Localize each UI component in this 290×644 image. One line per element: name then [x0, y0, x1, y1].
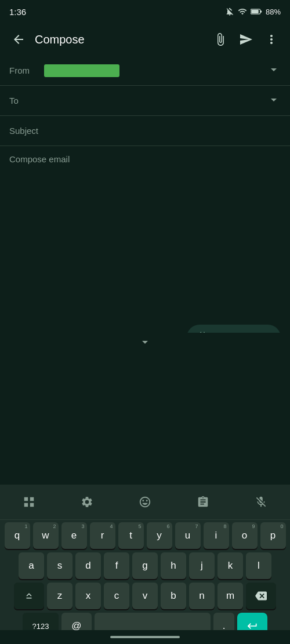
page-title: Compose: [30, 33, 209, 46]
to-chevron-icon[interactable]: [267, 93, 281, 109]
from-chevron-icon[interactable]: [267, 63, 281, 79]
compose-placeholder: Compose email: [9, 154, 70, 164]
status-time: 1:36: [9, 7, 26, 17]
key-row-3: z x c v b n m: [2, 583, 288, 609]
chevron-down-icon: [138, 335, 152, 349]
keyboard-grid-icon[interactable]: [16, 489, 42, 515]
key-n[interactable]: n: [189, 583, 215, 609]
signal-icon: [238, 7, 247, 16]
key-e[interactable]: 3e: [61, 522, 87, 549]
to-row[interactable]: To: [0, 86, 290, 116]
key-h[interactable]: h: [161, 552, 186, 579]
key-c[interactable]: c: [104, 583, 129, 609]
from-row: From: [0, 56, 290, 86]
keyboard-rows: 1q 2w 3e 4r 5t 6y 7u 8i 9o 0p a s d f g …: [0, 520, 290, 644]
app-bar-actions: [209, 28, 283, 51]
keyboard-emoji-icon[interactable]: [132, 489, 158, 515]
key-y[interactable]: 6y: [147, 522, 172, 549]
key-g[interactable]: g: [132, 552, 158, 579]
key-r[interactable]: 4r: [90, 522, 115, 549]
key-s[interactable]: s: [47, 552, 72, 579]
key-i[interactable]: 8i: [204, 522, 229, 549]
key-k[interactable]: k: [217, 552, 243, 579]
keyboard-settings-icon[interactable]: [74, 489, 100, 515]
key-u[interactable]: 7u: [175, 522, 201, 549]
key-w[interactable]: 2w: [33, 522, 59, 549]
key-b[interactable]: b: [161, 583, 186, 609]
app-bar: Compose: [0, 23, 290, 56]
key-x[interactable]: x: [75, 583, 101, 609]
svg-rect-1: [251, 10, 259, 13]
key-v[interactable]: v: [132, 583, 158, 609]
status-bar: 1:36 88%: [0, 0, 290, 23]
email-form: From To Subject Compose email: [0, 56, 290, 250]
subject-row[interactable]: Subject: [0, 116, 290, 146]
back-button[interactable]: [7, 28, 30, 51]
key-o[interactable]: 9o: [232, 522, 258, 549]
keyboard-collapse-area[interactable]: [0, 333, 290, 351]
svg-rect-2: [260, 10, 262, 12]
bell-muted-icon: [225, 7, 234, 16]
keyboard: 1q 2w 3e 4r 5t 6y 7u 8i 9o 0p a s d f g …: [0, 485, 290, 644]
key-shift[interactable]: [14, 583, 44, 609]
key-f[interactable]: f: [104, 552, 129, 579]
more-options-button[interactable]: [260, 28, 283, 51]
key-row-2: a s d f g h j k l: [2, 552, 288, 579]
battery-percent: 88%: [266, 8, 281, 16]
keyboard-toolbar: [0, 485, 290, 520]
status-icons: 88%: [225, 7, 281, 16]
attach-button[interactable]: [209, 28, 232, 51]
key-d[interactable]: d: [75, 552, 101, 579]
keyboard-clipboard-icon[interactable]: [190, 489, 216, 515]
compose-area[interactable]: Compose email: [0, 146, 290, 250]
bottom-bar: [0, 630, 290, 644]
battery-icon: [251, 7, 262, 16]
key-t[interactable]: 5t: [118, 522, 144, 549]
send-button[interactable]: [234, 28, 258, 51]
from-email-pill[interactable]: [44, 64, 119, 77]
home-indicator: [110, 636, 180, 638]
key-backspace[interactable]: [246, 583, 276, 609]
key-q[interactable]: 1q: [5, 522, 30, 549]
key-z[interactable]: z: [47, 583, 72, 609]
key-p[interactable]: 0p: [260, 522, 286, 549]
from-label: From: [9, 66, 44, 75]
to-label: To: [9, 96, 44, 105]
key-l[interactable]: l: [246, 552, 271, 579]
keyboard-mic-off-icon[interactable]: [248, 489, 274, 515]
key-row-1: 1q 2w 3e 4r 5t 6y 7u 8i 9o 0p: [2, 522, 288, 549]
key-m[interactable]: m: [217, 583, 243, 609]
key-j[interactable]: j: [189, 552, 215, 579]
key-a[interactable]: a: [19, 552, 44, 579]
subject-placeholder: Subject: [9, 126, 38, 136]
